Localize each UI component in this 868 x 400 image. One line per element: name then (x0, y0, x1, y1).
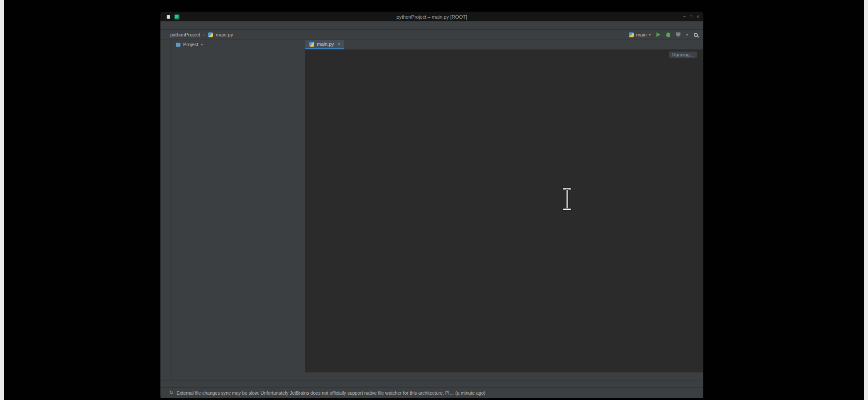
python-file-icon (208, 32, 213, 37)
coverage-button[interactable] (676, 32, 680, 37)
search-everywhere-button[interactable] (694, 33, 698, 37)
code-editor[interactable]: Running… (305, 50, 703, 372)
breadcrumb-separator-icon: › (203, 32, 204, 37)
editor-tab-bar: main.py × (305, 40, 703, 50)
breadcrumb-project[interactable]: pythonProject (170, 32, 200, 37)
run-toolbar: main ▾ (629, 32, 698, 37)
menu-bar (160, 21, 703, 30)
editor-tab-label: main.py (317, 41, 334, 47)
text-cursor-pointer (561, 188, 573, 211)
editor-tab-main-py[interactable]: main.py × (305, 40, 344, 49)
editor-bottom-strip (305, 372, 703, 380)
navigation-bar: pythonProject › main.py main ▾ (160, 30, 703, 40)
minimize-button[interactable]: − (683, 14, 686, 19)
run-configuration-select[interactable]: main ▾ (629, 32, 651, 37)
debug-button[interactable] (666, 32, 670, 37)
chevron-down-icon: ▾ (649, 33, 651, 37)
python-logo-icon (629, 32, 634, 37)
run-configuration-name: main (636, 32, 647, 37)
breadcrumb: pythonProject › main.py (170, 32, 233, 37)
sync-icon: ↻ (169, 390, 173, 396)
python-file-icon (309, 42, 314, 47)
screen-edge-right (864, 0, 868, 400)
status-bar: ↻ External file changes sync may be slow… (160, 387, 703, 398)
pycharm-window: pythonProject – main.py [ROOT] −□× pytho… (160, 12, 703, 398)
breadcrumb-file[interactable]: main.py (216, 32, 233, 37)
left-tool-stripe (160, 40, 172, 380)
right-margin-guide (653, 50, 653, 372)
maximize-button[interactable]: □ (690, 14, 692, 19)
close-tab-icon[interactable]: × (338, 42, 340, 47)
chevron-down-icon[interactable]: ▾ (201, 43, 203, 47)
title-bar: pythonProject – main.py [ROOT] −□× (160, 12, 703, 21)
project-panel-header: Project ▾ (172, 40, 305, 49)
window-title: pythonProject – main.py [ROOT] (160, 14, 703, 20)
editor-area: main.py × Running… (305, 40, 703, 380)
run-button[interactable] (656, 32, 660, 37)
window-controls: −□× (683, 14, 699, 19)
project-view-icon (176, 43, 180, 47)
tool-window-bar (160, 380, 703, 387)
analysis-status-widget: Running… (669, 52, 697, 58)
project-panel: Project ▾ (172, 40, 305, 380)
close-button[interactable]: × (696, 14, 699, 19)
status-message[interactable]: External file changes sync may be slow: … (176, 390, 485, 396)
main-content: Project ▾ main.py × Running… (160, 40, 703, 380)
profiler-button[interactable] (686, 34, 688, 36)
project-panel-title[interactable]: Project (183, 42, 198, 47)
screen-edge-left (0, 0, 4, 400)
